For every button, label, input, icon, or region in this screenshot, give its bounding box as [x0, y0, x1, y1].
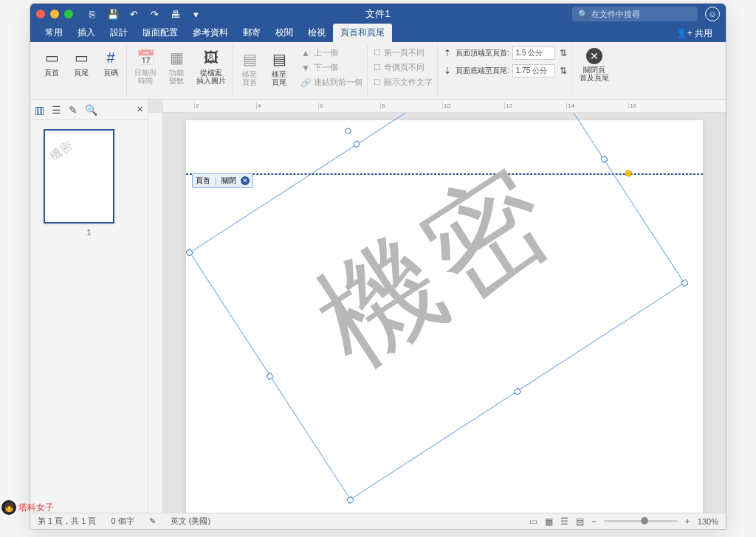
close-window-button[interactable] [36, 10, 45, 18]
print-layout-icon[interactable]: ▦ [545, 516, 553, 527]
different-odd-even-checkbox[interactable]: ☐ 奇偶頁不同 [372, 61, 434, 74]
header-button[interactable]: ▭ 頁首 [39, 46, 64, 78]
link-previous-button[interactable]: 🔗連結到前一個 [299, 76, 364, 89]
zoom-in-button[interactable]: + [685, 516, 690, 527]
tab-insert[interactable]: 插入 [70, 24, 103, 42]
thumbnail-page-number: 1 [44, 228, 134, 237]
stepper-icon[interactable]: ⇅ [558, 48, 568, 58]
rotate-handle[interactable] [344, 127, 352, 135]
down-arrow-icon: ▼ [300, 63, 311, 73]
horizontal-ruler[interactable]: 246810121416 [163, 100, 726, 113]
resize-handle-right[interactable] [600, 155, 608, 163]
web-layout-icon[interactable]: ☰ [560, 516, 568, 527]
page-number-icon: # [101, 48, 120, 67]
document-page[interactable]: 頁首 | 關閉 ✕ 機密 [186, 120, 703, 513]
goto-header-button[interactable]: ▤ 移至 頁首 [237, 46, 262, 89]
header-from-top-input[interactable]: 1.5 公分 [512, 46, 555, 60]
tab-layout[interactable]: 版面配置 [135, 24, 185, 42]
outline-tab-icon[interactable]: ☰ [52, 104, 61, 116]
pictures-button[interactable]: 🖼 從檔案 插入圖片 [193, 46, 229, 86]
focus-mode-icon[interactable]: ▭ [529, 516, 537, 527]
tab-header-footer[interactable]: 頁首和頁尾 [333, 24, 392, 42]
content-area: ▥ ☰ ✎ 🔍 ✕ 機密 1 246810121416 [30, 100, 726, 513]
zoom-out-button[interactable]: − [591, 516, 597, 527]
redo-icon[interactable]: ↷ [148, 8, 160, 20]
resize-handle-top-left[interactable] [185, 249, 193, 257]
close-header-footer-button[interactable]: ✕ 關閉頁 首及頁尾 [577, 46, 612, 83]
autosave-icon[interactable]: ⎘ [86, 8, 98, 20]
tab-review[interactable]: 校閱 [268, 24, 300, 42]
link-icon: 🔗 [300, 77, 311, 88]
quick-parts-button[interactable]: ▦ 功能 變數 [164, 46, 189, 86]
picture-icon: 🖼 [202, 48, 221, 67]
watermark-text[interactable]: 機密 [289, 133, 586, 403]
language-status[interactable]: 英文 (美國) [171, 516, 210, 527]
page-scroll-area[interactable]: 頁首 | 關閉 ✕ 機密 [163, 113, 726, 513]
find-tab-icon[interactable]: 🔍 [85, 104, 97, 116]
tab-mailings[interactable]: 郵寄 [236, 24, 268, 42]
wordart-selection[interactable]: 機密 [190, 113, 685, 500]
share-button[interactable]: 👤+ 共用 [670, 25, 718, 42]
search-field[interactable]: 🔍 在文件中搜尋 [572, 7, 698, 21]
footer-icon: ▭ [72, 48, 91, 67]
ribbon-group-close: ✕ 關閉頁 首及頁尾 [574, 45, 615, 96]
outline-view-icon[interactable]: ▤ [576, 516, 584, 527]
tab-references[interactable]: 參考資料 [185, 24, 236, 42]
page-thumbnail-1[interactable]: 機密 [44, 129, 114, 224]
feedback-icon[interactable]: ☺ [705, 7, 720, 21]
bookmark-tab-icon[interactable]: ✎ [69, 104, 78, 116]
minimize-window-button[interactable] [50, 10, 59, 18]
show-document-text-checkbox[interactable]: ☐ 顯示文件文字 [372, 76, 434, 89]
status-bar: 第 1 頁，共 1 頁 0 個字 ✎ 英文 (美國) ▭ ▦ ☰ ▤ − + 1… [30, 513, 726, 529]
zoom-slider[interactable] [604, 520, 678, 522]
ribbon-tabs: 常用 插入 設計 版面配置 參考資料 郵寄 校閱 檢視 頁首和頁尾 👤+ 共用 [30, 24, 726, 42]
ribbon-group-insert: 📅 日期與 時間 ▦ 功能 變數 🖼 從檔案 插入圖片 [128, 45, 233, 96]
close-pane-icon[interactable]: ✕ [137, 105, 143, 114]
header-from-top-row: ⇡ 頁面頂端至頁首: 1.5 公分 ⇅ [442, 46, 568, 60]
tab-home[interactable]: 常用 [38, 24, 70, 42]
footer-button[interactable]: ▭ 頁尾 [69, 46, 94, 78]
save-icon[interactable]: 💾 [107, 8, 119, 20]
header-tag: 頁首 | 關閉 ✕ [192, 173, 253, 188]
maximize-window-button[interactable] [64, 10, 73, 18]
window-controls [36, 10, 73, 18]
header-icon: ▭ [42, 48, 61, 67]
document-title: 文件1 [365, 7, 390, 21]
app-window: ⎘ 💾 ↶ ↷ 🖶 ▾ 文件1 🔍 在文件中搜尋 ☺ 常用 插入 設計 版面配置… [30, 3, 726, 530]
resize-handle-top[interactable] [353, 140, 361, 148]
navigation-pane: ▥ ☰ ✎ 🔍 ✕ 機密 1 [30, 100, 148, 513]
page-number-button[interactable]: # 頁碼 [98, 46, 123, 78]
goto-footer-button[interactable]: ▤ 移至 頁尾 [267, 46, 292, 89]
word-count-status[interactable]: 0 個字 [111, 516, 134, 527]
header-tag-close-icon[interactable]: ✕ [241, 176, 250, 185]
qat-dropdown-icon[interactable]: ▾ [190, 8, 202, 20]
previous-button[interactable]: ▲上一個 [299, 46, 364, 59]
header-tag-label: 頁首 [196, 176, 210, 186]
watermark-brand: 👧 塔科女子 [1, 500, 54, 515]
footer-from-bottom-input[interactable]: 1.75 公分 [512, 64, 555, 77]
stepper-icon[interactable]: ⇅ [558, 66, 568, 76]
date-time-button[interactable]: 📅 日期與 時間 [131, 46, 159, 86]
resize-handle-bottom-right[interactable] [681, 279, 689, 287]
thumbnail-list: 機密 1 [30, 120, 148, 513]
quick-access-toolbar: ⎘ 💾 ↶ ↷ 🖶 ▾ [86, 8, 202, 20]
tab-design[interactable]: 設計 [103, 24, 135, 42]
field-icon: ▦ [167, 48, 186, 67]
adjust-handle[interactable] [625, 170, 631, 176]
search-icon: 🔍 [578, 10, 588, 19]
thumbnails-tab-icon[interactable]: ▥ [35, 104, 44, 116]
resize-handle-left[interactable] [266, 373, 274, 381]
tab-view[interactable]: 檢視 [300, 24, 333, 42]
vertical-ruler[interactable] [148, 113, 163, 513]
header-tag-close-label[interactable]: 關閉 [221, 176, 236, 186]
different-first-page-checkbox[interactable]: ☐ 第一頁不同 [372, 46, 434, 59]
print-icon[interactable]: 🖶 [169, 8, 181, 20]
zoom-level[interactable]: 130% [698, 517, 718, 526]
spellcheck-icon[interactable]: ✎ [149, 516, 156, 526]
footer-position-icon: ⇣ [442, 66, 453, 76]
resize-handle-bottom-left[interactable] [346, 496, 354, 504]
undo-icon[interactable]: ↶ [128, 8, 140, 20]
resize-handle-bottom[interactable] [513, 387, 521, 395]
page-count-status[interactable]: 第 1 頁，共 1 頁 [38, 516, 96, 527]
next-button[interactable]: ▼下一個 [299, 61, 364, 74]
